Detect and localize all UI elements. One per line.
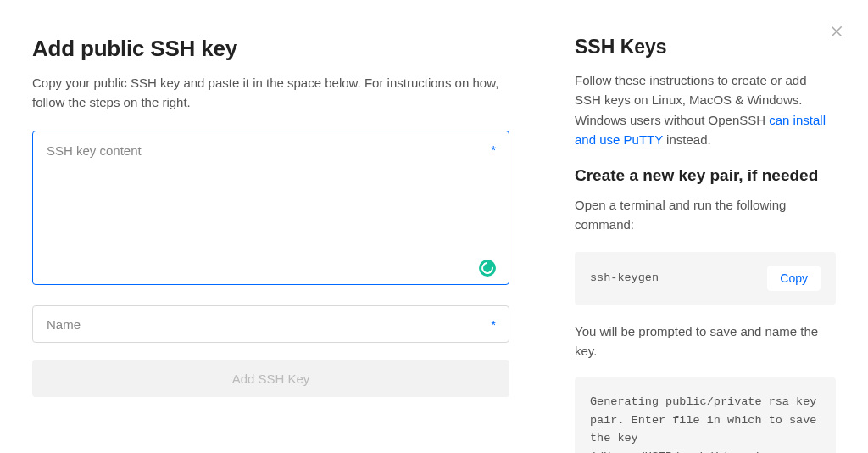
instructions-intro: Follow these instructions to create or a… [575,70,836,149]
prompt-instruction: You will be prompted to save and name th… [575,322,836,361]
ssh-content-wrap: * [32,131,509,288]
add-key-panel: Add public SSH key Copy your public SSH … [0,0,542,453]
create-keypair-heading: Create a new key pair, if needed [575,166,836,185]
copy-button[interactable]: Copy [767,266,821,291]
page-title: Add public SSH key [32,36,509,62]
page-subtitle: Copy your public SSH key and paste it in… [32,74,509,112]
name-wrap: * [32,305,509,343]
instructions-panel: SSH Keys Follow these instructions to cr… [542,0,868,453]
instructions-title: SSH Keys [575,36,836,59]
command-block: ssh-keygen Copy [575,252,836,305]
terminal-instruction: Open a terminal and run the following co… [575,195,836,235]
ssh-content-input[interactable] [32,131,509,285]
close-icon[interactable] [829,24,844,39]
intro-text-suffix: instead. [663,132,711,147]
name-input[interactable] [32,305,509,343]
command-output: Generating public/private rsa key pair. … [575,378,836,453]
add-ssh-key-button[interactable]: Add SSH Key [32,360,509,397]
command-text: ssh-keygen [590,271,659,284]
